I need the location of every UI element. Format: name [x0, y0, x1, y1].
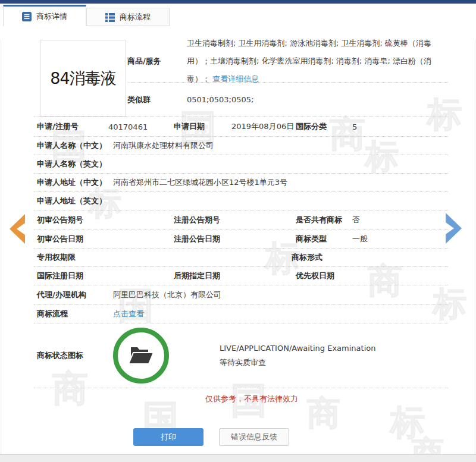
field-label: 初审公告日期	[37, 234, 108, 244]
field-label: 申请人地址（英文）	[37, 196, 113, 206]
trademark-summary-row: 84消毒液 商品/服务 卫生消毒制剂; 卫生用消毒剂; 游泳池消毒剂; 卫生消毒…	[34, 40, 448, 117]
notice-date-row: 初审公告日期 注册公告日期 商标类型 一般	[34, 230, 448, 249]
applicant-name-en-row: 申请人名称（英文）	[34, 155, 448, 174]
field-label: 初审公告期号	[37, 215, 108, 225]
next-arrow-button[interactable]	[443, 212, 464, 245]
trademark-image: 84消毒液	[40, 40, 126, 117]
status-line-en: LIVE/APPLICATION/Awaiting Examination	[220, 344, 375, 353]
print-button[interactable]: 打印	[133, 428, 203, 446]
applicant-name-cn-row: 申请人名称（中文） 河南琪康水处理材料有限公司	[34, 137, 448, 155]
goods-services-value: 卫生消毒制剂; 卫生用消毒剂; 游泳池消毒剂; 卫生消毒剂; 硫黄棒（消毒用）；…	[187, 34, 448, 88]
applicant-address-cn-row: 申请人地址（中文） 河南省郑州市二七区绿城花园小区12号楼1单元3号	[34, 174, 448, 192]
field-label: 申请人名称（中文）	[37, 140, 113, 151]
field-label: 后期指定日期	[174, 271, 231, 281]
field-label: 注册公告期号	[174, 215, 231, 225]
trademark-process-row: 商标流程 点击查看	[34, 305, 448, 323]
tab-trademark-details[interactable]: 商标详情	[3, 5, 86, 26]
international-registration-row: 国际注册日期 后期指定日期 优先权日期	[34, 267, 448, 285]
goods-services-label: 商品/服务	[127, 56, 187, 67]
field-label: 申请日期	[174, 121, 231, 132]
field-label: 国际注册日期	[37, 271, 108, 281]
registration-number-value: 40170461	[108, 122, 174, 131]
field-label: 国际分类	[296, 121, 352, 132]
field-label: 商标类型	[296, 234, 352, 244]
field-label: 优先权日期	[296, 271, 352, 281]
agent-value: 阿里巴巴科技（北京）有限公司	[113, 290, 221, 300]
field-label: 商标流程	[37, 309, 113, 319]
field-label: 商标状态图标	[37, 350, 113, 361]
similar-group-label: 类似群	[127, 95, 187, 105]
applicant-address-en-row: 申请人地址（英文）	[34, 192, 448, 210]
field-label: 专用权期限	[37, 252, 108, 263]
trademark-type-value: 一般	[352, 234, 368, 244]
applicant-address-cn-value: 河南省郑州市二七区绿城花园小区12号楼1单元3号	[113, 177, 287, 188]
tab-label: 商标详情	[36, 11, 67, 22]
exclusive-right-row: 专用权期限 商标形式	[34, 249, 448, 267]
shared-trademark-value: 否	[352, 215, 360, 225]
applicant-name-cn-value: 河南琪康水处理材料有限公司	[113, 140, 214, 151]
notice-number-row: 初审公告期号 注册公告期号 是否共有商标 否	[34, 210, 448, 230]
view-details-link[interactable]: 查看详细信息	[212, 74, 259, 83]
error-feedback-button[interactable]: 错误信息反馈	[219, 428, 289, 446]
trademark-detail-card: 国商标标国标标国商标商国商国标商 84消毒液 商品/服务 卫生消毒制剂; 卫生用…	[1, 40, 475, 462]
tab-trademark-process[interactable]: 商标流程	[86, 8, 170, 26]
trademark-status-row: 商标状态图标 LIVE/APPLICATION/Awaiting Examina…	[34, 323, 448, 388]
tab-label: 商标流程	[120, 12, 151, 23]
action-buttons: 打印 错误信息反馈	[4, 428, 418, 446]
field-label: 申请/注册号	[37, 121, 108, 132]
field-label: 申请人地址（中文）	[37, 177, 113, 188]
document-icon	[22, 12, 32, 21]
list-icon	[105, 12, 115, 22]
field-label: 商标形式	[292, 252, 348, 263]
similar-group-row: 类似群 0501;0503;0505;	[127, 83, 448, 117]
previous-arrow-button[interactable]	[7, 213, 27, 245]
application-date-value: 2019年08月06日	[231, 121, 296, 132]
field-label: 代理/办理机构	[37, 290, 113, 300]
trademark-name: 84消毒液	[50, 68, 115, 89]
field-label: 是否共有商标	[296, 215, 352, 225]
goods-services-row: 商品/服务 卫生消毒制剂; 卫生用消毒剂; 游泳池消毒剂; 卫生消毒剂; 硫黄棒…	[127, 40, 448, 83]
tab-bar: 商标详情 商标流程	[0, 4, 476, 26]
field-label: 申请人名称（英文）	[37, 159, 113, 169]
legal-disclaimer: 仅供参考，不具有法律效力	[45, 394, 459, 404]
click-to-view-link[interactable]: 点击查看	[113, 309, 144, 319]
status-line-cn: 等待实质审查	[220, 357, 375, 368]
similar-group-value: 0501;0503;0505;	[187, 91, 253, 109]
field-label: 注册公告日期	[174, 234, 231, 244]
registration-number-row: 申请/注册号 40170461 申请日期 2019年08月06日 国际分类 5	[34, 117, 448, 137]
agent-row: 代理/办理机构 阿里巴巴科技（北京）有限公司	[34, 285, 448, 305]
bottom-strip	[0, 454, 476, 462]
international-class-value: 5	[352, 122, 357, 131]
status-folder-icon	[113, 328, 169, 384]
